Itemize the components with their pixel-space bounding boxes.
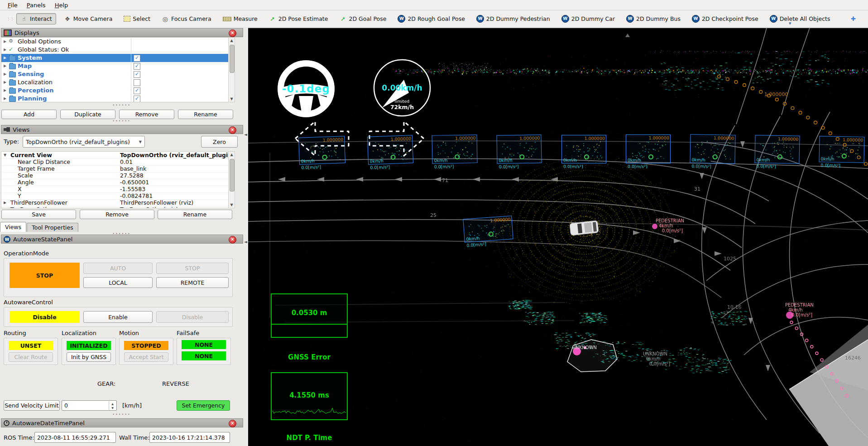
local-button[interactable]: LOCAL [83, 277, 153, 288]
wall-time-field[interactable]: 2023-10-16 17:21:14.378 [149, 432, 230, 443]
close-icon[interactable]: × [229, 29, 236, 37]
remote-button[interactable]: REMOTE [156, 277, 229, 288]
stop-state-button[interactable]: STOP [10, 263, 80, 288]
tool-select[interactable]: Select [120, 14, 154, 24]
displays-scrollbar[interactable]: ▲ ▼ [228, 37, 235, 102]
save-button[interactable]: Save [1, 210, 76, 219]
scroll-thumb[interactable] [230, 159, 235, 192]
expander-icon[interactable]: ▶ [4, 39, 6, 43]
tool-measure[interactable]: Measure [219, 14, 261, 24]
expander-icon[interactable]: ▶ [4, 64, 6, 68]
property-row-angle[interactable]: Angle-0.650001 [1, 179, 235, 186]
enabled-checkbox[interactable]: ✓ [134, 87, 140, 94]
tool-plus-button[interactable]: ✚ [846, 14, 860, 24]
3d-viewport[interactable]: 1.0000000km/h0.0[m/s²]1.0000000km/h0.0[m… [248, 28, 868, 446]
tool-move-camera[interactable]: ✥Move Camera [60, 14, 116, 24]
display-row-system[interactable]: ▶System✓ [1, 54, 228, 62]
menu-help[interactable]: Help [51, 1, 72, 10]
scroll-up-icon[interactable]: ▲ [229, 38, 235, 43]
display-row-localization[interactable]: ▶Localization [1, 78, 228, 86]
property-row-current-view[interactable]: ▼Current ViewTopDownOrtho (rviz_default_… [1, 152, 235, 159]
spinner-arrows[interactable]: ▲▼ [109, 401, 116, 410]
property-value[interactable]: base_link [120, 165, 146, 172]
tab-views[interactable]: Views [0, 222, 26, 232]
datetime-panel-header[interactable]: AutowareDateTimePanel × [1, 418, 243, 427]
property-row-scale[interactable]: Scale27.5288 [1, 172, 235, 179]
splitter[interactable]: •••••• [0, 412, 243, 417]
tool-2d-dummy-car[interactable]: W2D Dummy Car [558, 13, 619, 24]
add-button[interactable]: Add [1, 110, 57, 119]
tab-tool-properties[interactable]: Tool Properties [27, 223, 78, 232]
property-value[interactable]: -1.55583 [120, 186, 145, 192]
property-value[interactable]: ThirdPersonFollower (rviz) [120, 199, 193, 206]
close-icon[interactable]: × [229, 236, 236, 244]
ros-time-field[interactable]: 2023-08-11 16:55:29.271 [34, 432, 116, 443]
zero-button[interactable]: Zero [201, 136, 238, 148]
velocity-limit-input[interactable]: 0 ▲▼ [62, 400, 117, 411]
expander-icon[interactable]: ▶ [4, 96, 6, 101]
display-row-planning[interactable]: ▶Planning✓ [1, 95, 228, 102]
set-emergency-button[interactable]: Set Emergency [177, 400, 230, 411]
duplicate-button[interactable]: Duplicate [60, 110, 115, 119]
views-panel-header[interactable]: Views × [1, 125, 243, 134]
property-value[interactable]: 27.5288 [120, 172, 144, 179]
expander-icon[interactable]: ▼ [4, 153, 6, 157]
tool-2d-checkpoint-pose[interactable]: W2D Checkpoint Pose [688, 13, 762, 24]
splitter[interactable]: •••••• [0, 119, 243, 123]
view-type-dropdown[interactable]: TopDownOrtho (rviz_default_plugins) ▼ [23, 136, 145, 148]
panel-collapse-icon[interactable]: ◄ [244, 132, 247, 137]
property-value[interactable]: 0.01 [120, 158, 133, 165]
tool-2d-dummy-pedestrian[interactable]: W2D Dummy Pedestrian [473, 13, 554, 24]
expander-icon[interactable]: ▶ [4, 201, 6, 205]
tool-interact[interactable]: ☝Interact [16, 13, 56, 24]
scroll-down-icon[interactable]: ▼ [229, 96, 235, 102]
displays-panel-header[interactable]: Displays × [1, 28, 243, 37]
enable-button[interactable]: Enable [83, 311, 153, 323]
menu-file[interactable]: File [4, 1, 22, 10]
tool-focus-camera[interactable]: ◎Focus Camera [158, 14, 215, 24]
property-row-x[interactable]: X-1.55583 [1, 186, 235, 193]
property-value[interactable]: -0.0824781 [120, 192, 153, 199]
tool-2d-rough-goal-pose[interactable]: W2D Rough Goal Pose [394, 13, 468, 24]
stop-button[interactable]: STOP [156, 263, 229, 274]
display-row-global-status-ok[interactable]: ▶✓Global Status: Ok [1, 46, 228, 54]
close-icon[interactable]: × [229, 126, 236, 134]
property-value[interactable]: TopDownOrtho (rviz_default_plugins) [120, 152, 235, 158]
displays-tree[interactable]: ▶⚙Global Options▶✓Global Status: Ok▶Syst… [1, 37, 235, 102]
rename-button[interactable]: Rename [178, 110, 233, 119]
init-by-gnss-button[interactable]: Init by GNSS [67, 352, 111, 362]
property-row-thirdpersonfollower[interactable]: ▶ThirdPersonFollowerThirdPersonFollower … [1, 199, 235, 206]
menu-panels[interactable]: Panels [23, 1, 50, 10]
tool-delete-all-objects[interactable]: WDelete All Objects [766, 13, 834, 24]
tool-2d-dummy-bus[interactable]: W2D Dummy Bus [623, 13, 684, 24]
close-icon[interactable]: × [229, 420, 236, 427]
panel-collapse-icon[interactable]: ◄ [244, 240, 247, 244]
expander-icon[interactable]: ▶ [4, 80, 6, 84]
expander-icon[interactable]: ▶ [4, 207, 6, 208]
disable-button[interactable]: Disable [156, 311, 229, 323]
property-row-topdownortho[interactable]: ▶TopDownOrthoTopDownOrtho (rviz) [1, 206, 235, 208]
property-row-near-clip-distance[interactable]: Near Clip Distance0.01 [1, 158, 235, 166]
splitter[interactable]: •••••• [0, 103, 243, 107]
display-row-map[interactable]: ▶Map✓ [1, 62, 228, 70]
remove-button[interactable]: Remove [119, 110, 174, 119]
tool-2d-pose-estimate[interactable]: ➚2D Pose Estimate [265, 14, 332, 24]
expander-icon[interactable]: ▶ [4, 72, 6, 76]
expander-icon[interactable]: ▶ [4, 48, 6, 52]
view-properties-table[interactable]: ▼Current ViewTopDownOrtho (rviz_default_… [1, 151, 235, 208]
enabled-checkbox[interactable]: ✓ [134, 71, 140, 78]
expander-icon[interactable]: ▶ [4, 88, 6, 92]
expander-icon[interactable]: ▶ [4, 56, 6, 60]
enabled-checkbox[interactable] [134, 79, 140, 86]
property-row-y[interactable]: Y-0.0824781 [1, 192, 235, 200]
views-scrollbar[interactable]: ▲ ▼ [228, 151, 235, 208]
enabled-checkbox[interactable]: ✓ [134, 96, 140, 102]
display-row-sensing[interactable]: ▶Sensing✓ [1, 70, 228, 78]
scroll-up-icon[interactable]: ▲ [229, 152, 235, 158]
scroll-thumb[interactable] [230, 45, 235, 73]
disable-state-button[interactable]: Disable [10, 311, 80, 323]
enabled-checkbox[interactable]: ✓ [134, 63, 140, 70]
property-row-target-frame[interactable]: Target Framebase_link [1, 165, 235, 173]
send-velocity-limit-button[interactable]: Send Velocity Limit [4, 400, 60, 411]
toolbar-overflow-icon[interactable]: ▼ [789, 22, 791, 25]
